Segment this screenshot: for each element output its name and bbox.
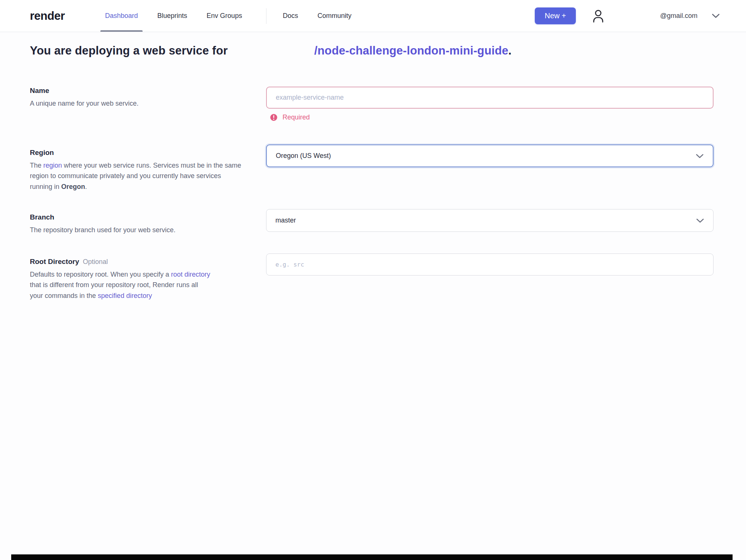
- render-logo[interactable]: render: [30, 9, 65, 23]
- nav-item-dashboard[interactable]: Dashboard: [105, 0, 138, 32]
- region-doc-link[interactable]: region: [43, 162, 62, 169]
- title-period: .: [508, 44, 512, 57]
- root-directory-label-row: Root DirectoryOptional: [30, 258, 244, 266]
- root-directory-field-col: [266, 253, 714, 276]
- region-field-col: Oregon (US West): [266, 144, 714, 167]
- title-prefix: You are deploying a web service for: [30, 44, 228, 57]
- root-directory-field-row: Root DirectoryOptional Defaults to repos…: [30, 253, 746, 301]
- region-select[interactable]: Oregon (US West): [266, 144, 714, 167]
- bottom-bar: [11, 554, 733, 560]
- service-name-input[interactable]: [266, 87, 714, 109]
- branch-field-row: Branch The repository branch used for yo…: [30, 209, 746, 235]
- root-directory-description: Defaults to repository root. When you sp…: [30, 269, 211, 301]
- account-email: @gmail.com: [660, 12, 697, 20]
- page-title: You are deploying a web service for/node…: [30, 44, 746, 57]
- root-directory-input[interactable]: [266, 253, 714, 276]
- branch-chevron-down-icon: [696, 218, 704, 223]
- nav-item-blueprints[interactable]: Blueprints: [157, 0, 187, 32]
- branch-field-col: master: [266, 209, 714, 232]
- branch-select[interactable]: master: [266, 209, 714, 232]
- root-desc-text: Defaults to repository root. When you sp…: [30, 271, 171, 278]
- name-field-col: Required: [266, 87, 714, 121]
- user-icon: [592, 9, 605, 23]
- region-select-value: Oregon (US West): [276, 152, 331, 160]
- branch-label: Branch: [30, 213, 244, 221]
- nav-item-docs[interactable]: Docs: [283, 0, 298, 32]
- region-desc-text: The: [30, 162, 43, 169]
- nav-item-community[interactable]: Community: [318, 0, 352, 32]
- name-field-info: Name A unique name for your web service.: [30, 87, 266, 109]
- region-desc-oregon: Oregon: [61, 183, 85, 190]
- name-description: A unique name for your web service.: [30, 98, 239, 109]
- nav-divider: [266, 8, 266, 24]
- branch-select-value: master: [275, 217, 296, 224]
- root-directory-label: Root Directory: [30, 258, 79, 265]
- primary-nav: Dashboard Blueprints Env Groups Docs Com…: [105, 0, 371, 32]
- name-label: Name: [30, 87, 244, 95]
- root-directory-doc-link[interactable]: root directory: [171, 271, 210, 278]
- error-icon: [270, 113, 278, 121]
- root-directory-optional-tag: Optional: [83, 258, 108, 265]
- branch-description: The repository branch used for your web …: [30, 225, 239, 235]
- name-error-message: Required: [283, 113, 310, 121]
- redacted-email-prefix: [650, 13, 660, 19]
- repo-link[interactable]: /node-challenge-london-mini-guide: [314, 44, 508, 57]
- root-directory-info: Root DirectoryOptional Defaults to repos…: [30, 253, 266, 301]
- region-desc-period: .: [85, 183, 87, 190]
- top-navbar: render Dashboard Blueprints Env Groups D…: [0, 0, 746, 32]
- new-button[interactable]: New +: [535, 7, 575, 24]
- deploy-form-page: You are deploying a web service for/node…: [0, 44, 746, 301]
- region-field-info: Region The region where your web service…: [30, 144, 266, 192]
- branch-field-info: Branch The repository branch used for yo…: [30, 209, 266, 235]
- name-error-row: Required: [266, 113, 714, 121]
- account-menu[interactable]: @gmail.com: [650, 12, 720, 20]
- specified-directory-doc-link[interactable]: specified directory: [98, 292, 152, 299]
- region-label: Region: [30, 149, 244, 157]
- region-chevron-down-icon: [696, 153, 704, 158]
- user-avatar-button[interactable]: [592, 9, 605, 23]
- region-field-row: Region The region where your web service…: [30, 144, 746, 192]
- header-right-group: New + @gmail.com: [535, 7, 720, 24]
- nav-item-env-groups[interactable]: Env Groups: [207, 0, 242, 32]
- name-field-row: Name A unique name for your web service.…: [30, 87, 746, 121]
- account-chevron-down-icon[interactable]: [712, 13, 720, 18]
- region-description: The region where your web service runs. …: [30, 160, 244, 192]
- redacted-username: [228, 52, 314, 55]
